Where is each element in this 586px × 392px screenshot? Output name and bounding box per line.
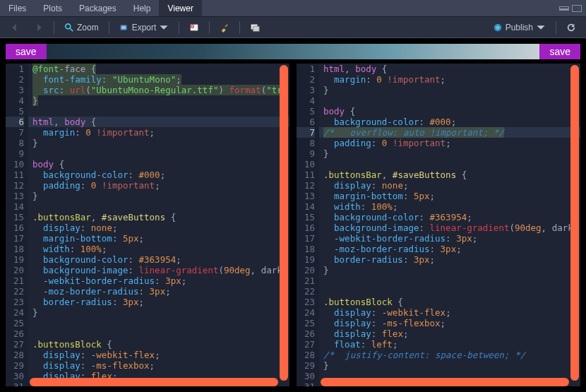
viewer-content: save save 123456789101112131415161718192…: [0, 38, 586, 392]
horizontal-scrollbar[interactable]: [321, 378, 569, 386]
tab-viewer[interactable]: Viewer: [159, 0, 201, 16]
svg-line-1: [70, 28, 73, 30]
separator: [209, 21, 210, 34]
tab-packages[interactable]: Packages: [71, 0, 125, 16]
zoom-icon: [64, 23, 74, 32]
window-icon: [250, 23, 260, 32]
separator: [54, 21, 54, 34]
svg-line-6: [225, 24, 228, 27]
vertical-scrollbar[interactable]: [280, 65, 288, 381]
publish-icon: [493, 23, 503, 32]
separator: [109, 21, 109, 34]
zoom-button[interactable]: Zoom: [60, 21, 103, 34]
export-button[interactable]: Export: [115, 21, 174, 34]
code-right[interactable]: html, body { margin: 0 !important;}body …: [319, 64, 580, 386]
gutter-right: 1234567891011121314151617181920212223242…: [297, 64, 319, 386]
forward-button[interactable]: [30, 21, 48, 34]
tab-files[interactable]: Files: [0, 0, 35, 16]
remove-icon: [189, 23, 199, 32]
separator: [239, 21, 240, 34]
remove-viewer-button[interactable]: [185, 21, 203, 34]
save-button-right[interactable]: save: [539, 44, 580, 59]
chevron-down-icon: [536, 23, 546, 32]
tab-help[interactable]: Help: [125, 0, 160, 16]
publish-label: Publish: [506, 23, 533, 32]
refresh-button[interactable]: [562, 21, 580, 34]
export-label: Export: [132, 23, 157, 32]
save-buttons-bar: save save: [6, 44, 580, 59]
back-button[interactable]: [6, 21, 24, 34]
maximize-pane-icon[interactable]: [572, 5, 582, 12]
svg-rect-3: [121, 26, 125, 29]
broom-icon: [220, 23, 229, 32]
minimize-pane-icon[interactable]: [559, 6, 569, 11]
viewer-toolbar: Zoom Export Publish: [0, 17, 586, 38]
separator: [179, 21, 179, 34]
gutter-left: 1234567891011121314151617181920212223242…: [6, 64, 28, 386]
svg-point-0: [66, 23, 71, 28]
zoom-label: Zoom: [77, 23, 99, 32]
pane-tabs: Files Plots Packages Help Viewer: [0, 0, 586, 17]
svg-point-10: [496, 25, 499, 29]
refresh-icon: [566, 23, 576, 32]
save-button-left[interactable]: save: [6, 44, 47, 59]
clear-viewer-button[interactable]: [215, 21, 234, 34]
chevron-down-icon: [159, 23, 169, 32]
code-left[interactable]: @font-face { font-family: "UbuntuMono"; …: [28, 64, 289, 386]
horizontal-scrollbar[interactable]: [30, 378, 278, 386]
export-icon: [119, 23, 129, 32]
svg-rect-8: [253, 26, 260, 31]
sync-viewer-button[interactable]: [246, 21, 264, 34]
vertical-scrollbar[interactable]: [570, 65, 579, 381]
publish-button[interactable]: Publish: [489, 21, 550, 34]
tab-plots[interactable]: Plots: [35, 0, 71, 16]
editor-right[interactable]: 1234567891011121314151617181920212223242…: [297, 64, 580, 386]
separator: [556, 21, 556, 34]
editor-left[interactable]: 1234567891011121314151617181920212223242…: [6, 64, 289, 386]
